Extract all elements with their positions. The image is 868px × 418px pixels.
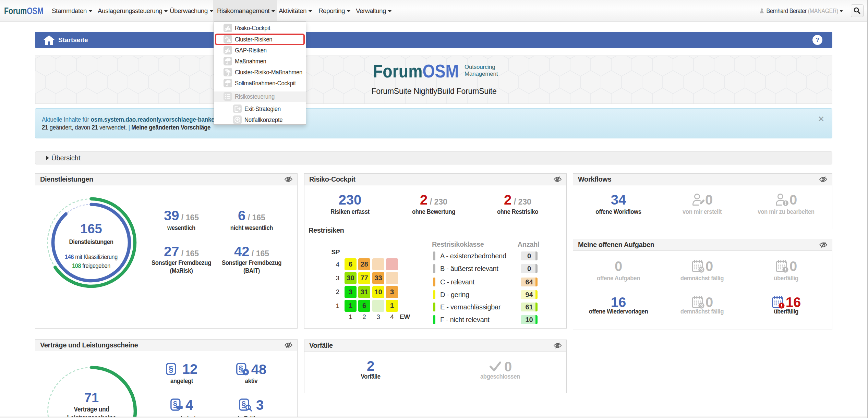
svg-text:§: § bbox=[241, 400, 246, 409]
svg-text:§: § bbox=[169, 364, 173, 373]
svg-text:§: § bbox=[239, 364, 243, 373]
